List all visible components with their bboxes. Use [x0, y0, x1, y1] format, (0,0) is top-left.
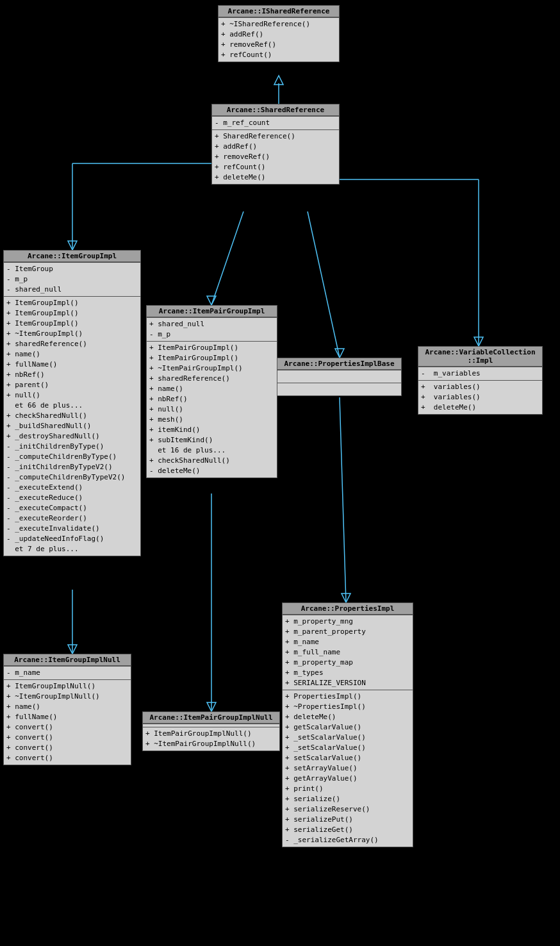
methods-section: + SharedReference() + addRef() + removeR…: [212, 129, 339, 184]
svg-line-5: [211, 212, 243, 305]
class-title: Arcane::ISharedReference: [218, 6, 339, 17]
class-PropertiesImpl: Arcane::PropertiesImpl + m_property_mng …: [282, 602, 413, 847]
class-ItemGroupImpl: Arcane::ItemGroupImpl - ItemGroup - m_p …: [3, 250, 141, 556]
methods-section: + variables() + variables() + deleteMe(): [418, 380, 542, 414]
svg-marker-6: [207, 296, 216, 305]
methods-section: + ~ISharedReference() + addRef() + remov…: [218, 17, 339, 62]
svg-line-16: [340, 397, 346, 602]
attrs-section: - ItemGroup - m_p - shared_null: [4, 262, 140, 296]
attrs-section: + m_property_mng + m_parent_property + m…: [283, 615, 413, 690]
class-title: Arcane::PropertiesImplBase: [277, 358, 401, 370]
attrs-section: - m_variables: [418, 367, 542, 380]
svg-marker-11: [474, 337, 483, 346]
methods-section: + ItemPairGroupImplNull() + ~ItemPairGro…: [143, 727, 279, 751]
class-ItemGroupImplNull: Arcane::ItemGroupImplNull - m_name + Ite…: [3, 654, 131, 765]
class-title: Arcane::ItemGroupImplNull: [4, 654, 131, 666]
class-title: Arcane::PropertiesImpl: [283, 603, 413, 615]
class-title: Arcane::ItemPairGroupImpl: [147, 306, 277, 317]
class-ItemPairGroupImpl: Arcane::ItemPairGroupImpl + shared_null …: [146, 305, 277, 478]
empty-section: [277, 370, 401, 383]
svg-marker-8: [335, 349, 344, 358]
attrs-section: + shared_null - m_p: [147, 317, 277, 341]
svg-marker-17: [342, 593, 350, 602]
class-title: Arcane::VariableCollection::Impl: [418, 347, 542, 367]
class-PropertiesImplBase: Arcane::PropertiesImplBase: [277, 358, 402, 396]
methods-section: + PropertiesImpl() + ~PropertiesImpl() +…: [283, 690, 413, 847]
class-title: Arcane::ItemPairGroupImplNull: [143, 712, 279, 724]
svg-marker-1: [274, 76, 283, 85]
class-title: Arcane::ItemGroupImpl: [4, 251, 140, 262]
class-title: Arcane::SharedReference: [212, 104, 339, 116]
class-ISharedReference: Arcane::ISharedReference + ~ISharedRefer…: [218, 5, 340, 62]
svg-marker-15: [207, 702, 216, 711]
svg-marker-13: [68, 645, 77, 654]
empty-section2: [277, 383, 401, 395]
class-SharedReference: Arcane::SharedReference - m_ref_count + …: [211, 104, 340, 185]
svg-marker-4: [68, 241, 77, 250]
methods-section: + ItemGroupImplNull() + ~ItemGroupImplNu…: [4, 679, 131, 765]
methods-section: + ItemPairGroupImpl() + ItemPairGroupImp…: [147, 341, 277, 477]
attrs-section: - m_name: [4, 666, 131, 679]
attrs-section: - m_ref_count: [212, 116, 339, 129]
class-ItemPairGroupImplNull: Arcane::ItemPairGroupImplNull + ItemPair…: [142, 711, 280, 751]
methods-section: + ItemGroupImpl() + ItemGroupImpl() + It…: [4, 296, 140, 556]
class-VariableCollectionImpl: Arcane::VariableCollection::Impl - m_var…: [418, 346, 543, 415]
svg-line-7: [308, 212, 340, 358]
